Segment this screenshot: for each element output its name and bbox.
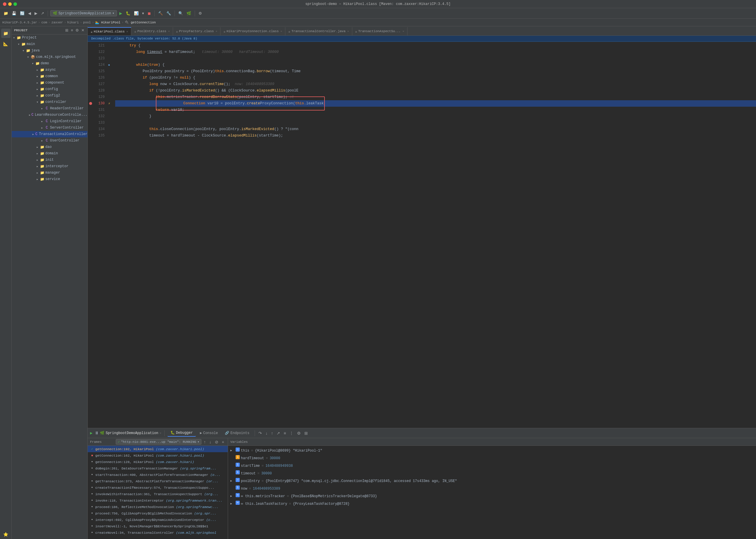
activity-structure[interactable]: 📐 xyxy=(1,39,11,48)
thread-dropdown[interactable]: ✓ "http-nio-8081-exe...up "main": RUNNIN… xyxy=(116,439,201,445)
var-expand-leaktaskfactory[interactable]: ▶ xyxy=(230,501,234,507)
frame-down-btn[interactable]: ↓ xyxy=(208,439,212,445)
var-expand-poolentry[interactable]: ▶ xyxy=(230,478,234,484)
tree-item-dao[interactable]: ▶ 📁 dao xyxy=(12,144,87,150)
tree-item-usercontroller[interactable]: ▶ C UserController xyxy=(12,137,87,144)
tree-item-headercontroller[interactable]: ▶ C HeaderController xyxy=(12,105,87,112)
stop-button[interactable]: ◼ xyxy=(146,11,152,16)
build-button[interactable]: 🔨 xyxy=(157,11,164,16)
tree-item-component[interactable]: ▶ 📁 component xyxy=(12,80,87,86)
run-button[interactable]: ▶ xyxy=(118,11,123,16)
var-expand-this[interactable]: ▶ xyxy=(230,447,234,454)
breadcrumb-hikari[interactable]: hikari xyxy=(67,21,79,24)
debug-close-icon[interactable]: ✕ xyxy=(159,431,161,435)
frame-item-8[interactable]: ● invoke:118, TransactionInterceptor (or… xyxy=(88,497,228,503)
debug-pause-btn[interactable]: ⏸ xyxy=(95,431,99,435)
tree-item-logincontroller[interactable]: ▶ C LoginController xyxy=(12,118,87,124)
frame-up-btn[interactable]: ↑ xyxy=(202,439,207,445)
debug-run-button[interactable]: 🐛 xyxy=(124,11,131,16)
debug-tab-console[interactable]: ▶ Console xyxy=(197,430,221,436)
tab-close-proxyfactory[interactable]: ✕ xyxy=(215,30,217,33)
toolbar-btn-folder[interactable]: 📁 xyxy=(2,11,9,16)
tree-item-config[interactable]: ▶ 📁 config xyxy=(12,86,87,92)
debug-more[interactable]: ⋮ xyxy=(288,430,295,436)
breadcrumb-hikaripool[interactable]: 🏊 HikariPool xyxy=(95,21,120,24)
debug-step-out[interactable]: ↑ xyxy=(270,430,274,436)
breadcrumb-zaxxer[interactable]: zaxxer xyxy=(51,21,63,24)
tree-item-transactionalcontroller[interactable]: ▶ C TransactionalController xyxy=(12,131,87,137)
tree-item-package[interactable]: ▼ 📦 com.mljk.springboot xyxy=(12,54,87,60)
debug-settings[interactable]: ⚙ xyxy=(296,430,302,436)
var-item-metricstracker[interactable]: ▶ ∞ ∞ this.metricsTracker = {PoolBase$No… xyxy=(228,493,756,500)
code-editor[interactable]: 121 122 123 124 125 126 127 128 129 130 … xyxy=(88,42,756,428)
tree-item-demo[interactable]: ▼ 📁 demo xyxy=(12,60,87,67)
tree-item-controller[interactable]: ▼ 📁 controller xyxy=(12,99,87,105)
frame-item-11[interactable]: ● intercept:692, CglibAopProxy$DynamicAd… xyxy=(88,516,228,523)
run-config-dropdown[interactable]: 🌿 SpringbootDemoApplication ▾ xyxy=(50,10,117,16)
tab-transactionaspectsupport[interactable]: ☕ TransactionAspectSu... ✕ xyxy=(352,27,408,36)
var-item-starttime[interactable]: ▶ i startTime = 1640408949938 xyxy=(228,462,756,470)
project-close-btn[interactable]: ✕ xyxy=(81,28,85,33)
frame-item-3[interactable]: ● doBegin:261, DataSourceTransactionMana… xyxy=(88,465,228,472)
frame-filter-btn[interactable]: ⊘ xyxy=(214,439,220,445)
var-expand-metricstracker[interactable]: ▶ xyxy=(230,493,234,500)
debug-step-into[interactable]: ↓ xyxy=(264,430,269,436)
breadcrumb-pool[interactable]: pool xyxy=(83,21,91,24)
maximize-button[interactable] xyxy=(14,2,17,6)
tree-item-servercontroller[interactable]: ▶ C ServerController xyxy=(12,124,87,131)
frame-item-9[interactable]: ● proceed:186, ReflectiveMethodInvocatio… xyxy=(88,503,228,510)
frame-item-4[interactable]: ● startTransaction:400, AbstractPlatform… xyxy=(88,472,228,478)
debug-tab-endpoints[interactable]: 🔗 Endpoints xyxy=(222,430,252,436)
tree-item-learnresource[interactable]: ▶ C LearnResourceControlle... xyxy=(12,112,87,118)
activity-favorites[interactable]: ⭐ xyxy=(1,530,11,539)
close-button[interactable] xyxy=(3,2,6,6)
frame-item-2[interactable]: ● getConnection:128, HikariPool (com.zax… xyxy=(88,459,228,465)
toolbar-btn-save[interactable]: 💾 xyxy=(11,11,18,16)
settings-button[interactable]: ⚙ xyxy=(197,11,203,16)
tree-item-manager[interactable]: ▶ 📁 manager xyxy=(12,170,87,176)
var-item-now[interactable]: ▶ i now = 1640408953389 xyxy=(228,485,756,493)
tree-item-async[interactable]: ▶ 📁 async xyxy=(12,67,87,73)
activity-project[interactable]: 📁 xyxy=(1,29,11,38)
tree-item-project[interactable]: ▼ 📁 Project xyxy=(12,35,87,41)
tab-close-transactionalcontroller[interactable]: ✕ xyxy=(347,30,349,33)
tree-item-init[interactable]: ▶ 📁 init xyxy=(12,157,87,163)
tab-hikaripool[interactable]: ☕ HikariPool.class ✕ xyxy=(88,27,131,36)
tree-item-java[interactable]: ▼ 📁 java xyxy=(12,47,87,54)
tree-item-common[interactable]: ▶ 📁 common xyxy=(12,73,87,80)
tab-hikariproxyconnection[interactable]: ☕ HikariProxyConnection.class ✕ xyxy=(220,27,285,36)
project-settings-btn[interactable]: ⚙ xyxy=(75,28,80,33)
var-item-this[interactable]: ▶ ○ this = {HikariPool@8699} "HikariPool… xyxy=(228,447,756,454)
tree-item-main[interactable]: ▼ 📁 main xyxy=(12,41,87,47)
frame-item-7[interactable]: ● invokeWithinTransaction:361, Transacti… xyxy=(88,491,228,497)
toolbar-btn-back[interactable]: ◀ xyxy=(27,11,32,16)
toolbar-btn-forward[interactable]: ▶ xyxy=(33,11,38,16)
tab-close-transactionaspectsupport[interactable]: ✕ xyxy=(403,30,404,33)
tab-close-poolentry[interactable]: ✕ xyxy=(168,30,170,33)
frame-item-0[interactable]: ✓ getConnection:192, HikariPool (com.zax… xyxy=(88,446,228,452)
coverage-button[interactable]: 📊 xyxy=(133,11,140,16)
toolbar-btn-navigate[interactable]: ↗ xyxy=(40,11,45,16)
tab-transactionalcontroller[interactable]: ☕ TransactionalController.java ✕ xyxy=(285,27,352,36)
project-external-btn[interactable]: ⊞ xyxy=(65,28,69,33)
frame-item-6[interactable]: ● createTransactionIfNecessary:574, Tran… xyxy=(88,484,228,491)
tab-proxyfactory[interactable]: ☕ ProxyFactory.class ✕ xyxy=(173,27,220,36)
tab-poolentry[interactable]: ☕ PoolEntry.class ✕ xyxy=(131,27,173,36)
var-item-poolentry[interactable]: ▶ ○ poolEntry = {PoolEntry@8747} "com.my… xyxy=(228,477,756,485)
var-item-leaktaskfactory[interactable]: ▶ ∞ ∞ this.leakTaskFactory = {ProxyLeakT… xyxy=(228,500,756,508)
frame-item-13[interactable]: ● createNovel:34, TransactionalControlle… xyxy=(88,529,228,536)
frame-item-5[interactable]: ● getTransaction:373, AbstractPlatformTr… xyxy=(88,478,228,484)
var-item-timeout[interactable]: ▶ i timeout = 30000 xyxy=(228,470,756,477)
git-button[interactable]: 🌿 xyxy=(185,11,192,16)
tab-close-hikariproxyconnection[interactable]: ✕ xyxy=(280,30,282,33)
breadcrumb-com[interactable]: com xyxy=(41,21,47,24)
code-content[interactable]: try { long timeout = hardTimeout; timeou… xyxy=(115,42,756,428)
breadcrumb-getconnection[interactable]: 🔌 getConnection xyxy=(125,21,156,24)
debug-play-btn[interactable]: ▶ xyxy=(90,430,92,435)
search-button[interactable]: 🔍 xyxy=(177,11,184,16)
frame-item-12[interactable]: ● insertNovell:-1, NovelManager$$Enhance… xyxy=(88,523,228,529)
frame-item-10[interactable]: ● proceed:750, CglibAopProxy$CglibMethod… xyxy=(88,510,228,516)
sdk-button[interactable]: 🔧 xyxy=(165,11,172,16)
debug-evaluate[interactable]: ≡ xyxy=(282,430,287,436)
minimize-button[interactable] xyxy=(8,2,12,6)
